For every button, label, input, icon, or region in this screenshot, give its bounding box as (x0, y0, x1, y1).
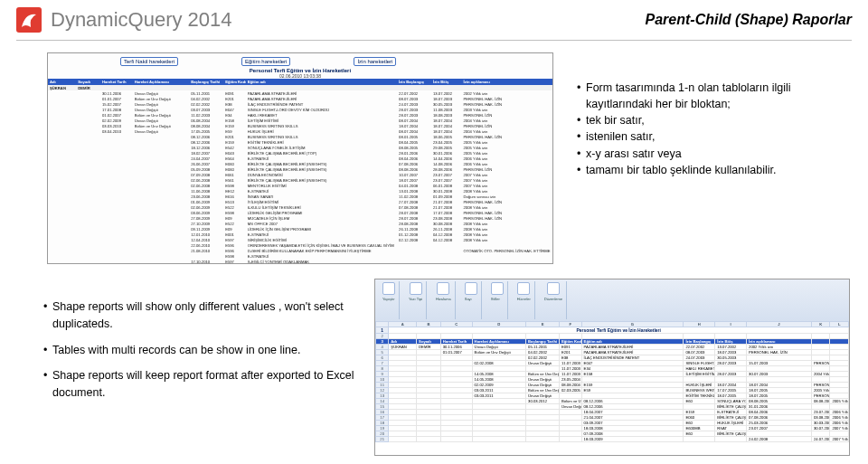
excel-grid: ABCDEFGHIJKL 1Personel Terfi Eğitim ve İ… (375, 321, 849, 456)
bullet: x-y arası satır veya (577, 146, 834, 162)
callout-izin: İzin hareketleri (354, 57, 396, 66)
slide-header: DynamicQuery 2014 Parent-Child (Shape) R… (0, 0, 868, 36)
col-header: İzin Bitiş (431, 79, 461, 85)
bullet: Shape reports will show only different v… (43, 298, 360, 333)
report-screenshot: Terfi Nakil hareketleri Eğitim hareketle… (47, 52, 553, 264)
divider (16, 40, 852, 41)
col-header: Eğitim adı (246, 79, 397, 85)
col-header: Hareket Açıklaması (133, 79, 189, 85)
bullet: Shape reports will keep report format af… (43, 367, 360, 402)
feature-list-right: Form tasarımında 1-n olan tabloların ilg… (577, 80, 834, 178)
bullet: tamamı bir tablo şeklinde kullanılabilir… (577, 162, 834, 178)
bullet: Form tasarımında 1-n olan tabloların ilg… (577, 80, 834, 112)
bullet: tek bir satır, (577, 112, 834, 128)
col-header: Eğitim Kodu (223, 79, 246, 85)
report-table: AdıSoyadıHareket TarihHareket Açıklaması… (48, 79, 552, 264)
col-header: Hareket Tarih (100, 79, 133, 85)
col-header: İzin Başlangıç (397, 79, 431, 85)
excel-screenshot: Yapıştır Yazı Tipi Hizalama Sayı Stiller… (374, 279, 850, 456)
excel-ribbon: Yapıştır Yazı Tipi Hizalama Sayı Stiller… (375, 279, 849, 321)
table-row: 2118.03.200924.02.200824.07.20082007 Yıl… (376, 437, 849, 442)
app-logo (16, 7, 42, 33)
bullet: istenilen satır, (577, 128, 834, 145)
callout-row: Terfi Nakil hareketleri Eğitim hareketle… (48, 53, 552, 68)
feature-list-left: Shape reports will show only different v… (43, 298, 360, 411)
app-title: DynamicQuery 2014 (51, 8, 232, 32)
bullet: Tables with multi records can be show in… (43, 342, 360, 359)
col-header: Adı (48, 79, 76, 85)
slide-subtitle: Parent-Child (Shape) Raporlar (646, 12, 852, 28)
col-header: İzin açıklaması (461, 79, 552, 85)
callout-egitim: Eğitim hareketleri (241, 57, 290, 66)
col-header: Başlangıç Tarihi (189, 79, 223, 85)
col-header: Soyadı (76, 79, 100, 85)
table-row: 501.01.2007Bölüm ve Ünv Değişti04.02.200… (376, 350, 849, 355)
callout-terfi: Terfi Nakil hareketleri (120, 57, 178, 66)
